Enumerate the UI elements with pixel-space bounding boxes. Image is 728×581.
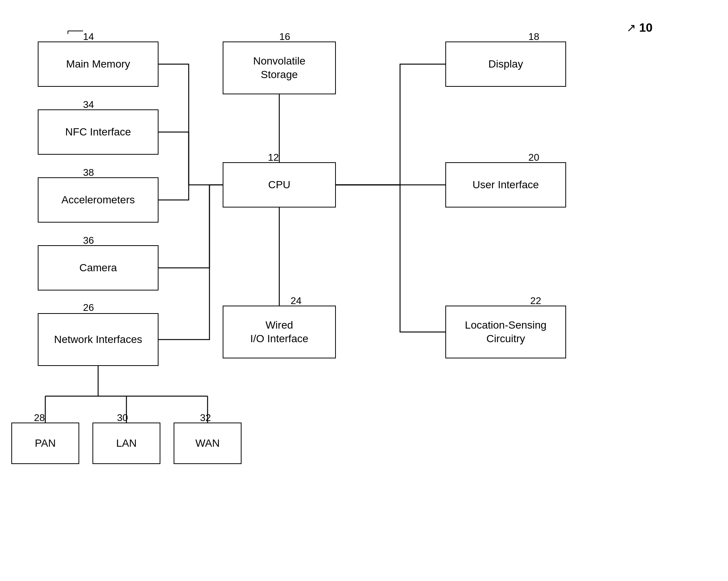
wan-box: WAN — [174, 423, 242, 464]
ref-30: 30 — [117, 412, 128, 424]
network-interfaces-box: Network Interfaces — [38, 313, 159, 366]
display-box: Display — [445, 42, 566, 87]
main-memory-box: Main Memory — [38, 42, 159, 87]
nonvolatile-storage-box: Nonvolatile Storage — [223, 42, 336, 94]
nfc-interface-label: NFC Interface — [65, 125, 131, 139]
user-interface-box: User Interface — [445, 162, 566, 208]
location-sensing-box: Location-Sensing Circuitry — [445, 306, 566, 358]
nfc-interface-box: NFC Interface — [38, 109, 159, 155]
main-memory-label: Main Memory — [66, 57, 130, 71]
ref-12: 12 — [268, 152, 279, 163]
accelerometers-label: Accelerometers — [62, 193, 135, 207]
ref-22: 22 — [530, 295, 541, 307]
connection-lines — [0, 0, 728, 581]
cpu-label: CPU — [268, 178, 290, 192]
ref-10: ↗ 10 — [626, 21, 653, 35]
nonvolatile-storage-label: Nonvolatile Storage — [253, 54, 306, 82]
ref-28: 28 — [34, 412, 45, 424]
ref-34: 34 — [83, 99, 94, 111]
lan-box: LAN — [92, 423, 160, 464]
display-label: Display — [488, 57, 523, 71]
user-interface-label: User Interface — [473, 178, 539, 192]
ref-16: 16 — [279, 31, 290, 43]
accelerometers-box: Accelerometers — [38, 177, 159, 223]
diagram: ↗ 10 — [0, 0, 728, 581]
wired-io-label: Wired I/O Interface — [250, 318, 308, 346]
ref-38: 38 — [83, 167, 94, 178]
lan-label: LAN — [116, 437, 137, 450]
ref-32: 32 — [200, 412, 211, 424]
ref-18: 18 — [528, 31, 539, 43]
camera-label: Camera — [79, 261, 117, 275]
pan-label: PAN — [35, 437, 56, 450]
network-interfaces-label: Network Interfaces — [54, 333, 142, 346]
ref-26: 26 — [83, 302, 94, 314]
camera-box: Camera — [38, 245, 159, 290]
wan-label: WAN — [195, 437, 220, 450]
ref-36: 36 — [83, 235, 94, 246]
wired-io-box: Wired I/O Interface — [223, 306, 336, 358]
ref-20: 20 — [528, 152, 539, 163]
pan-box: PAN — [11, 423, 79, 464]
ref14-arrow — [64, 27, 87, 35]
cpu-box: CPU — [223, 162, 336, 208]
ref-24: 24 — [291, 295, 302, 307]
location-sensing-label: Location-Sensing Circuitry — [465, 318, 546, 346]
